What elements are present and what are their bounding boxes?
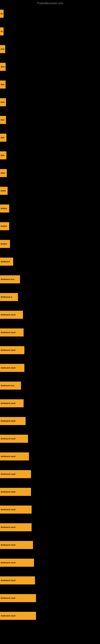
bar-row: Bottle bbox=[0, 182, 100, 200]
bar: Bottleneck result bbox=[0, 576, 35, 584]
bar: Bottleneck result bbox=[0, 399, 24, 407]
bar-row: Bottlen bbox=[0, 235, 100, 253]
bar-label: Bottleneck result bbox=[1, 456, 15, 458]
bar: Bottleneck result bbox=[0, 594, 36, 602]
bar-label: Bottlen bbox=[1, 225, 7, 227]
bar-label: Bottleneck result bbox=[1, 597, 15, 599]
bar-row: Bottleneck result bbox=[0, 607, 100, 625]
bar-label: Bottl bbox=[1, 172, 5, 174]
bar: Bottleneck result bbox=[0, 541, 33, 549]
bar-row: Bottleneck result bbox=[0, 341, 100, 359]
bar-row: Bottleneck result bbox=[0, 572, 100, 589]
bar-row: Bottleneck result bbox=[0, 306, 100, 324]
bar-label: Bottleneck result bbox=[1, 508, 15, 510]
bar: Bottleneck result bbox=[0, 488, 31, 496]
bar-row: Bottleneck result bbox=[0, 430, 100, 448]
bar-label: Bottleneck result bbox=[1, 420, 15, 422]
bar: Bott bbox=[0, 80, 6, 88]
bar: Bottleneck result bbox=[0, 328, 24, 336]
bar-label: Bottleneck result bbox=[1, 367, 15, 369]
bar-label: Bottleneck result bbox=[1, 349, 15, 351]
bar-label: Bottlen bbox=[1, 208, 7, 210]
bar-label: Bottle bbox=[1, 190, 6, 192]
bar-row: Bott bbox=[0, 58, 100, 76]
bar: Bottleneck result bbox=[0, 523, 32, 531]
bar-label: Bottleneck result bbox=[1, 491, 15, 493]
bar-label: Bottleneck result bbox=[1, 402, 15, 404]
bar-row: Bott bbox=[0, 94, 100, 111]
bar: Bottleneck result bbox=[0, 452, 29, 460]
bar-label: Bottleneck resu bbox=[1, 384, 14, 386]
bar: Bottleneck result bbox=[0, 435, 28, 443]
bar: Bottl bbox=[0, 169, 7, 177]
bar-row: Bottleneck result bbox=[0, 554, 100, 572]
bar: Bott bbox=[0, 98, 6, 106]
bar: Bottleneck result bbox=[0, 311, 23, 319]
bar-row: Bottleneck re bbox=[0, 288, 100, 306]
bar-row: Bottl bbox=[0, 164, 100, 182]
bar-row: Bottleneck result bbox=[0, 483, 100, 501]
bar: Bottleneck result bbox=[0, 506, 32, 514]
bar-label: Bottleneck result bbox=[1, 314, 15, 316]
bar-label: Bott bbox=[1, 101, 4, 103]
bar-row: Bott bbox=[0, 111, 100, 129]
bar: Bott bbox=[0, 151, 6, 160]
bar-row: Bottleneck result bbox=[0, 448, 100, 465]
bar-row: Bottleneck resu bbox=[0, 377, 100, 394]
bar-label: Bottleneck result bbox=[1, 473, 15, 475]
bar-row: Bottleneck bbox=[0, 253, 100, 270]
bar: Bottleneck re bbox=[0, 293, 18, 301]
bar-label: Bo bbox=[1, 13, 3, 15]
bar: Bo bbox=[0, 10, 3, 18]
bar: Bottlen bbox=[0, 240, 10, 248]
bar: Bott bbox=[0, 134, 6, 142]
bar: Bottleneck resu bbox=[0, 382, 21, 390]
bar-label: Bott bbox=[1, 154, 4, 156]
bar-row: Bottleneck result bbox=[0, 589, 100, 607]
bar-label: Bo bbox=[1, 30, 3, 32]
bar-row: Bottleneck result bbox=[0, 394, 100, 412]
bar-label: Bottlen bbox=[1, 243, 7, 245]
bar-label: Bott bbox=[1, 84, 4, 86]
bar-row: Bott bbox=[0, 40, 100, 58]
bar-label: Bott bbox=[1, 66, 4, 68]
bar-row: Bott bbox=[0, 146, 100, 164]
bar-row: Bo bbox=[0, 22, 100, 40]
bar-row: Bo bbox=[0, 5, 100, 22]
bar: Bottleneck bbox=[0, 258, 13, 266]
bar-row: Bottleneck result bbox=[0, 359, 100, 377]
bar-row: Bottlen bbox=[0, 200, 100, 217]
bar-label: Bottleneck resu bbox=[1, 278, 14, 280]
bar-row: Bottleneck resu bbox=[0, 270, 100, 288]
bar-label: Bottleneck result bbox=[1, 332, 15, 334]
bar: Bottleneck result bbox=[0, 470, 31, 478]
bar-label: Bott bbox=[1, 48, 4, 50]
bar: Bottleneck result bbox=[0, 346, 24, 354]
bar: Bo bbox=[0, 27, 3, 36]
bar: Bott bbox=[0, 116, 6, 124]
bar: Bottleneck resu bbox=[0, 275, 20, 283]
bar-row: Bott bbox=[0, 129, 100, 146]
bar: Bott bbox=[0, 63, 6, 71]
bar-row: Bottleneck result bbox=[0, 536, 100, 554]
bar-label: Bottleneck result bbox=[1, 562, 15, 564]
bar-label: Bott bbox=[1, 137, 4, 139]
bar-label: Bott bbox=[1, 119, 4, 121]
bars-container: BoBoBottBottBottBottBottBottBottBottlBot… bbox=[0, 5, 100, 625]
bar: Bottleneck result bbox=[0, 612, 36, 620]
bar-row: Bottleneck result bbox=[0, 465, 100, 483]
bar: Bottlen bbox=[0, 222, 9, 230]
bar: Bottleneck result bbox=[0, 559, 34, 567]
bar: Bottle bbox=[0, 187, 8, 195]
bar-row: Bottleneck result bbox=[0, 501, 100, 518]
bar-row: Bott bbox=[0, 76, 100, 94]
bar-row: Bottleneck result bbox=[0, 518, 100, 536]
bar: Bott bbox=[0, 45, 5, 53]
bar-label: Bottleneck re bbox=[1, 296, 12, 298]
bar-label: Bottleneck result bbox=[1, 544, 15, 546]
bar: Bottleneck result bbox=[0, 417, 26, 425]
bar-row: Bottlen bbox=[0, 217, 100, 235]
bar: Bottlen bbox=[0, 204, 9, 212]
bar-label: Bottleneck result bbox=[1, 438, 15, 440]
bar-label: Bottleneck result bbox=[1, 615, 15, 617]
